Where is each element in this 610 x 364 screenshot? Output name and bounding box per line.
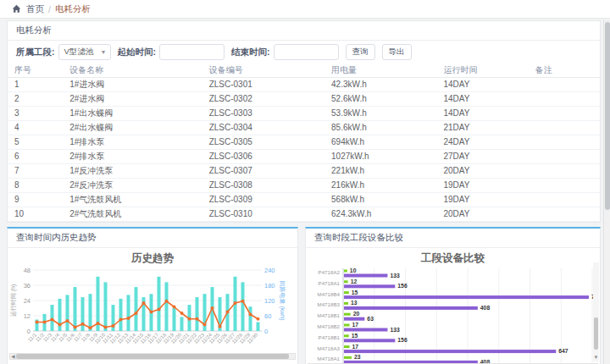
filter-bar: 所属工段: V型滤池 ▼ 起始时间: 结束时间: 查询 导出	[8, 41, 600, 63]
svg-text:17: 17	[352, 343, 359, 349]
svg-text:408: 408	[480, 304, 491, 310]
svg-text:133: 133	[390, 326, 400, 332]
scrollbar-thumb[interactable]	[16, 354, 290, 359]
scroll-left-icon[interactable]: ◀	[10, 354, 16, 359]
compare-vertical-scrollbar[interactable]: ▼	[593, 262, 599, 361]
table-cell: 2#进水阀	[63, 91, 202, 106]
table-row[interactable]: 71#反冲洗泵ZLSC-0307221kW.h20DAY	[8, 163, 600, 178]
table-cell: 52.6kW.h	[324, 91, 436, 106]
table-header-cell: 运行时间	[436, 63, 528, 77]
trend-horizontal-scrollbar[interactable]: ◀	[9, 353, 296, 360]
svg-text:23: 23	[354, 354, 361, 360]
svg-text:10: 10	[350, 267, 357, 273]
svg-text:P4718A1: P4718A1	[319, 279, 341, 285]
table-cell: 221kW.h	[324, 163, 436, 178]
table-cell: 2#气洗鼓风机	[63, 207, 202, 221]
table-row[interactable]: 22#进水阀ZLSC-030252.6kW.h14DAY	[8, 91, 600, 106]
table-cell: 1#出水蝶阀	[63, 106, 202, 120]
svg-text:60: 60	[264, 312, 271, 319]
start-time-label: 起始时间:	[118, 47, 157, 58]
start-time-input[interactable]	[159, 44, 225, 60]
table-row[interactable]: 91#气洗鼓风机ZLSC-0309568kW.h19DAY	[8, 192, 600, 207]
table-cell: 5	[8, 135, 63, 149]
table-row[interactable]: 82#反冲洗泵ZLSC-0308216kW.h19DAY	[8, 178, 600, 192]
table-cell: 24DAY	[436, 135, 528, 149]
breadcrumb-home[interactable]: 首页	[26, 3, 44, 15]
table-cell: 27DAY	[436, 149, 528, 163]
svg-text:63: 63	[367, 315, 374, 321]
table-cell	[529, 106, 600, 120]
svg-text:647: 647	[558, 348, 568, 354]
scrollbar-thumb[interactable]	[594, 317, 598, 350]
export-button[interactable]: 导出	[382, 44, 412, 60]
svg-text:M4718B1: M4718B1	[318, 312, 341, 318]
scroll-down-icon[interactable]: ▼	[593, 355, 599, 360]
table-cell: 14DAY	[436, 77, 528, 91]
svg-text:运行时间 (h): 运行时间 (h)	[10, 284, 17, 317]
svg-text:240: 240	[264, 267, 275, 274]
trend-chart: 001260241203618048240运行时间 (h)回路电量 (kwh)1…	[8, 267, 286, 356]
table-cell: 10	[8, 207, 63, 221]
svg-text:24: 24	[24, 296, 30, 304]
table-header-row: 序号设备名称设备编号用电量运行时间备注	[8, 63, 600, 77]
table-row[interactable]: 11#进水阀ZLSC-030142.3kW.h14DAY	[8, 77, 600, 91]
table-cell	[529, 178, 600, 192]
chevron-down-icon: ▼	[101, 49, 107, 55]
table-cell	[529, 77, 600, 91]
table-row[interactable]: 42#出水蝶阀ZLSC-030485.6kW.h21DAY	[8, 120, 600, 135]
table-cell: 8	[8, 178, 63, 192]
history-trend-panel: 查询时间内历史趋势 历史趋势 001260241203618048240运行时间…	[7, 227, 298, 364]
section-select[interactable]: V型滤池 ▼	[58, 44, 111, 60]
table-cell: ZLSC-0304	[202, 120, 324, 135]
section-label: 所属工段:	[16, 47, 55, 58]
table-row[interactable]: 62#排水泵ZLSC-03061027kW.h27DAY	[8, 149, 600, 163]
svg-text:M4718A3: M4718A3	[318, 345, 341, 350]
table-cell: 6	[8, 149, 63, 163]
svg-text:M4718B3: M4718B3	[318, 301, 341, 307]
table-cell	[529, 91, 600, 106]
svg-text:回路电量 (kwh): 回路电量 (kwh)	[279, 280, 286, 320]
table-header-cell: 备注	[529, 63, 600, 77]
panel-title: 电耗分析	[8, 21, 600, 41]
compare-chart-title: 工段设备比较	[306, 248, 600, 267]
end-time-input[interactable]	[274, 44, 339, 60]
table-cell: 21DAY	[436, 120, 528, 135]
query-button[interactable]: 查询	[346, 44, 375, 60]
page-vertical-scrollbar[interactable]	[603, 19, 610, 364]
table-row[interactable]: 51#排水泵ZLSC-0305694kW.h24DAY	[8, 135, 600, 149]
table-cell: 1#反冲洗泵	[63, 163, 202, 178]
table-cell: 20DAY	[436, 163, 528, 178]
table-cell: 1#排水泵	[63, 135, 202, 149]
svg-text:M4718B4: M4718B4	[318, 290, 341, 296]
table-row[interactable]: 31#出水蝶阀ZLSC-030353.9kW.h14DAY	[8, 106, 600, 120]
svg-text:133: 133	[390, 272, 400, 278]
table-cell: 19DAY	[436, 192, 528, 207]
scrollbar-thumb[interactable]	[605, 22, 610, 210]
table-cell	[529, 120, 600, 135]
table-cell	[529, 149, 600, 163]
device-power-table: 序号设备名称设备编号用电量运行时间备注 11#进水阀ZLSC-030142.3k…	[8, 63, 600, 222]
breadcrumb: 首页 / 电耗分析	[0, 0, 610, 19]
svg-text:12: 12	[24, 312, 30, 319]
home-icon[interactable]	[12, 4, 21, 14]
table-cell: 1#进水阀	[63, 77, 202, 91]
table-row[interactable]: 102#气洗鼓风机ZLSC-0310624.3kW.h20DAY	[8, 207, 600, 221]
table-cell: 2	[8, 91, 63, 106]
table-cell: ZLSC-0309	[202, 192, 324, 207]
table-cell: 1#气洗鼓风机	[63, 192, 202, 207]
svg-text:156: 156	[397, 283, 408, 289]
table-cell	[529, 192, 600, 207]
table-cell	[529, 135, 600, 149]
svg-text:120: 120	[264, 296, 275, 304]
table-cell: 1027kW.h	[324, 149, 436, 163]
table-cell: 694kW.h	[324, 135, 436, 149]
table-cell: ZLSC-0310	[202, 207, 324, 221]
table-cell: ZLSC-0307	[202, 163, 324, 178]
svg-text:12: 12	[351, 278, 358, 284]
table-cell: ZLSC-0303	[202, 106, 324, 120]
table-cell: 2#反冲洗泵	[63, 178, 202, 192]
table-cell: 9	[8, 192, 63, 207]
table-cell: 14DAY	[436, 106, 528, 120]
svg-text:15: 15	[352, 289, 358, 295]
table-cell	[529, 207, 600, 221]
